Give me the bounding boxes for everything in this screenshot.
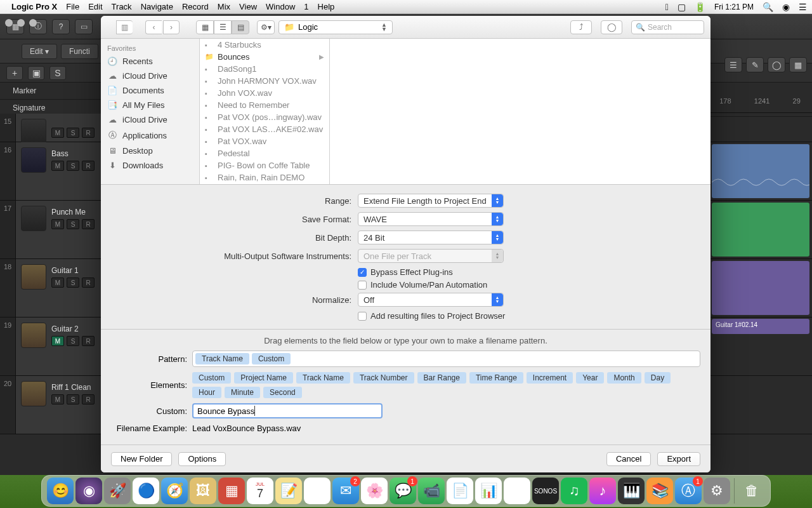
element-tag[interactable]: Custom	[192, 372, 231, 384]
siri-icon[interactable]: ◉	[782, 2, 790, 12]
audio-region[interactable]: Guitar 1#02.14	[712, 319, 809, 334]
add-checkbox[interactable]	[358, 312, 367, 321]
mute-button[interactable]: M	[51, 336, 64, 346]
menu-file[interactable]: File	[66, 2, 79, 11]
menu-navigate[interactable]: Navigate	[141, 2, 173, 11]
file-item[interactable]: ▪John VOX.wav	[200, 87, 329, 99]
menu-help[interactable]: Help	[318, 2, 335, 11]
sidebar-item-icloud[interactable]: ☁iCloud Drive	[101, 69, 199, 83]
file-item-selected[interactable]: 📁Bounces▶	[200, 51, 329, 63]
mail-icon[interactable]: ✉2	[332, 478, 359, 504]
menu-edit[interactable]: Edit	[88, 2, 102, 11]
solo-button[interactable]: S	[67, 336, 79, 346]
audio-region[interactable]	[712, 261, 809, 315]
column-view-button[interactable]: ▤	[232, 20, 249, 34]
siri-icon[interactable]: ◉	[75, 478, 102, 504]
element-tag[interactable]: Time Range	[469, 372, 523, 384]
element-tag[interactable]: Hour	[192, 387, 221, 398]
volume-checkbox[interactable]	[358, 281, 367, 290]
file-item[interactable]: ▪Pat VOX (pos…ingway).wav	[200, 111, 329, 123]
ibooks-icon[interactable]: 📚	[646, 478, 673, 504]
menu-window[interactable]: Window	[266, 2, 295, 11]
logic-icon[interactable]: 🎹	[618, 478, 645, 504]
settings-icon[interactable]: ⚙	[704, 478, 730, 504]
app-icon[interactable]: ▦	[218, 478, 245, 504]
audio-region[interactable]	[712, 203, 809, 257]
element-tag[interactable]: Increment	[527, 372, 573, 384]
normalize-select[interactable]: Off▲▼	[358, 293, 504, 307]
clock[interactable]: Fri 1:21 PM	[714, 3, 754, 11]
toolbar-icon[interactable]: ▭	[75, 19, 93, 34]
range-select[interactable]: Extend File Length to Project End▲▼	[358, 194, 504, 208]
menu-view[interactable]: View	[239, 2, 257, 11]
photos-icon[interactable]: 🌸	[361, 478, 388, 504]
maximize-icon[interactable]	[29, 19, 37, 27]
timeline-ruler[interactable]: 178 1241 29	[708, 89, 812, 113]
file-list[interactable]: ▪4 Starbucks 📁Bounces▶ ▪DadSong1 ▪John H…	[200, 39, 330, 184]
file-item[interactable]: ▪PIG- Bowl on Coffe Table	[200, 159, 329, 171]
cancel-button[interactable]: Cancel	[606, 452, 651, 466]
calendar-icon[interactable]: JUL7	[247, 478, 273, 504]
element-tag[interactable]: Minute	[225, 387, 260, 398]
element-tag[interactable]: Bar Range	[417, 372, 466, 384]
menu-record[interactable]: Record	[182, 2, 209, 11]
format-select[interactable]: WAVE▲▼	[358, 212, 504, 226]
solo-button[interactable]: S	[67, 128, 79, 138]
close-icon[interactable]	[5, 19, 13, 27]
finder-icon[interactable]: 😊	[47, 478, 74, 504]
keynote-icon[interactable]: 📽	[504, 478, 530, 504]
back-button[interactable]: ‹	[145, 20, 162, 34]
file-item[interactable]: ▪Rain, Rain, Rain DEMO	[200, 171, 329, 184]
airplay-icon[interactable]: ▢	[678, 2, 686, 12]
list-icon[interactable]: ☰	[724, 57, 742, 72]
preview-icon[interactable]: 🖼	[190, 478, 216, 504]
messages-icon[interactable]: 💬1	[390, 478, 416, 504]
sidebar-item-allfiles[interactable]: 📑All My Files	[101, 98, 199, 112]
file-item[interactable]: ▪John HARMONY VOX.wav	[200, 75, 329, 87]
element-tag[interactable]: Project Name	[234, 372, 293, 384]
element-tag[interactable]: Month	[607, 372, 641, 384]
record-button[interactable]: R	[82, 161, 95, 171]
sidebar-item-documents[interactable]: 📄Documents	[101, 83, 199, 98]
record-button[interactable]: R	[82, 128, 95, 138]
path-selector[interactable]: 📁 Logic ▲▼	[278, 20, 393, 34]
file-item[interactable]: ▪Pat VOX.wav	[200, 135, 329, 147]
itunes-icon[interactable]: ♪	[589, 478, 616, 504]
record-button[interactable]: R	[82, 394, 95, 404]
list-view-button[interactable]: ☰	[214, 20, 232, 34]
loop-icon[interactable]: ◯	[768, 57, 785, 72]
app-name[interactable]: Logic Pro X	[11, 2, 57, 11]
pages-icon[interactable]: 📄	[447, 478, 473, 504]
tags-button[interactable]: ◯	[601, 20, 622, 34]
s-button[interactable]: S	[49, 66, 66, 80]
note-icon[interactable]: ✎	[746, 57, 764, 72]
share-button[interactable]: ⤴	[570, 20, 592, 34]
solo-button[interactable]: S	[67, 277, 79, 288]
mute-button[interactable]: M	[51, 219, 64, 229]
mute-button[interactable]: M	[51, 394, 64, 404]
solo-button[interactable]: S	[67, 394, 79, 404]
numbers-icon[interactable]: 📊	[475, 478, 502, 504]
sidebar-toggle-icon[interactable]: ▥	[116, 20, 133, 34]
solo-button[interactable]: S	[67, 219, 79, 229]
add-track-button[interactable]: +	[6, 66, 23, 80]
wifi-icon[interactable]: 󾓦	[665, 2, 669, 12]
element-tag[interactable]: Track Number	[353, 372, 414, 384]
file-item[interactable]: ▪4 Starbucks	[200, 39, 329, 51]
minimize-icon[interactable]	[17, 19, 25, 27]
mute-button[interactable]: M	[51, 128, 64, 138]
audio-region[interactable]	[712, 144, 809, 198]
file-item[interactable]: ▪Pedestal	[200, 147, 329, 159]
browser-icon[interactable]: ▦	[789, 57, 807, 72]
depth-select[interactable]: 24 Bit▲▼	[358, 231, 504, 244]
element-tag[interactable]: Day	[645, 372, 671, 384]
sidebar-item-recents[interactable]: 🕘Recents	[101, 54, 199, 69]
edit-menu[interactable]: Edit ▾	[22, 44, 57, 59]
sonos-icon[interactable]: SONOS	[532, 478, 559, 504]
sidebar-item-desktop[interactable]: 🖥Desktop	[101, 144, 199, 158]
solo-button[interactable]: S	[67, 161, 79, 171]
bypass-checkbox[interactable]: ✓	[358, 268, 367, 277]
spotify-icon[interactable]: ♫	[561, 478, 587, 504]
pattern-tag[interactable]: Track Name	[195, 353, 249, 364]
forward-button[interactable]: ›	[163, 20, 180, 34]
